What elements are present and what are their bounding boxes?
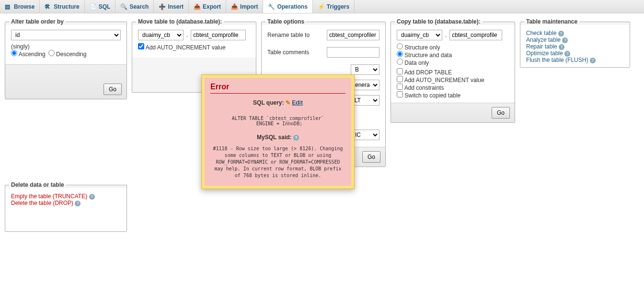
copy-data-only[interactable]: Data only [397,60,429,66]
copy-switch-checkbox[interactable] [397,91,403,97]
move-table-input[interactable] [191,30,246,40]
copy-both-radio[interactable] [397,51,403,57]
operations-icon: 🔧 [268,3,275,10]
copy-table-input[interactable] [449,30,502,40]
alter-desc[interactable]: Descending [48,50,87,58]
options-rename-label: Rename table to [267,32,310,38]
error-modal: Error SQL query: ✎ Edit ALTER TABLE `cbt… [201,74,355,189]
tab-structure[interactable]: 🛠Structure [40,0,84,13]
copy-switch[interactable]: Switch to copied table [397,92,460,99]
check-table-link[interactable]: Check table [526,30,556,36]
help-icon[interactable]: ? [559,44,564,50]
panel-alter-legend: Alter table order by [9,18,66,25]
copy-auto-checkbox[interactable] [397,76,403,82]
error-edit-link[interactable]: Edit [292,99,303,106]
triggers-icon: ⚡ [318,3,324,10]
options-comments-label: Table comments [267,49,309,56]
panel-alter: Alter table order by id (singly) Ascendi… [5,18,127,99]
copy-const-checkbox[interactable] [397,84,403,90]
copy-struct-only[interactable]: Structure only [397,44,440,51]
move-db-select[interactable]: duaimy_cb [138,30,184,40]
copy-db-select[interactable]: duaimy_cb [397,30,442,40]
copy-data-radio[interactable] [397,59,403,65]
panel-copy: Copy table to (database.table): duaimy_c… [391,18,515,123]
tab-insert[interactable]: ➕Insert [154,0,189,13]
error-sql: ALTER TABLE `cbtest_comprofiler` ENGINE … [210,116,345,126]
copy-struct-data[interactable]: Structure and data [397,52,452,59]
alter-go-button[interactable]: Go [104,84,122,95]
options-comments-input[interactable] [327,47,380,58]
copy-struct-radio[interactable] [397,43,403,49]
copy-go-button[interactable]: Go [492,107,510,119]
help-icon[interactable]: ? [293,135,299,141]
tab-label: Search [129,3,149,10]
help-icon[interactable]: ? [558,31,564,36]
drop-link[interactable]: Delete the table (DROP) [11,200,73,206]
options-go-button[interactable]: Go [362,151,380,163]
panel-maintenance: Table maintenance Check table ? Analyze … [520,18,630,68]
help-icon[interactable]: ? [75,201,80,206]
panel-copy-legend: Copy table to (database.table): [395,18,483,25]
structure-icon: 🛠 [45,3,51,10]
alter-desc-radio[interactable] [48,50,55,56]
alter-singly: (singly) [11,43,121,50]
help-icon[interactable]: ? [564,51,570,57]
optimize-table-link[interactable]: Optimize table [526,50,563,57]
analyze-table-link[interactable]: Analyze table [526,36,561,43]
move-dot: . [186,32,188,38]
move-auto-checkbox[interactable] [138,43,144,49]
help-icon[interactable]: ? [89,194,95,200]
truncate-link[interactable]: Empty the table (TRUNCATE) [11,193,87,200]
copy-drop[interactable]: Add DROP TABLE [397,69,452,76]
tablist: ▤Browse 🛠Structure 📄SQL 🔍Search ➕Insert … [0,0,644,13]
export-icon: 📤 [194,3,200,10]
options-collation-select[interactable]: enera [351,80,380,90]
tab-sql[interactable]: 📄SQL [85,0,116,13]
options-engine-select[interactable]: B [351,64,380,75]
error-sqlq-label: SQL query: [253,99,284,106]
error-said-label: MySQL said: [257,134,291,141]
alter-asc-radio[interactable] [11,50,17,56]
pencil-icon: ✎ [286,99,290,106]
copy-dot: . [445,32,447,38]
sql-icon: 📄 [90,3,96,10]
move-auto[interactable]: Add AUTO_INCREMENT value [138,43,226,51]
help-icon[interactable]: ? [590,58,596,63]
tab-triggers[interactable]: ⚡Triggers [313,0,355,13]
copy-auto[interactable]: Add AUTO_INCREMENT value [397,77,484,84]
import-icon: 📥 [231,3,238,10]
panel-delete-legend: Delete data or table [9,181,66,188]
tab-label: Insert [168,3,184,10]
browse-icon: ▤ [5,3,12,10]
tab-label: Structure [54,3,79,10]
error-title: Error [210,83,345,94]
copy-const[interactable]: Add constraints [397,84,444,91]
flush-table-link[interactable]: Flush the table (FLUSH) [526,57,588,63]
panel-options-legend: Table options [265,18,306,25]
tab-label: Import [240,3,258,10]
insert-icon: ➕ [159,3,165,10]
tab-label: Operations [277,3,307,10]
panel-delete: Delete data or table Empty the table (TR… [5,181,127,232]
tab-label: Browse [14,3,34,10]
tab-label: SQL [99,3,111,10]
tab-search[interactable]: 🔍Search [115,0,154,13]
tab-label: Export [203,3,221,10]
tab-label: Triggers [327,3,349,10]
tab-operations[interactable]: 🔧Operations [263,0,312,13]
tab-export[interactable]: 📤Export [189,0,226,13]
repair-table-link[interactable]: Repair table [526,43,557,50]
tab-import[interactable]: 📥Import [226,0,263,13]
tab-browse[interactable]: ▤Browse [0,0,40,13]
options-rename-input[interactable] [327,30,380,40]
search-icon: 🔍 [120,3,127,10]
alter-field-select[interactable]: id [11,30,121,40]
alter-asc[interactable]: Ascending [11,50,46,58]
panel-maint-legend: Table maintenance [524,18,579,25]
panel-move-legend: Move table to (database.table): [136,18,224,25]
error-message: #1118 - Row size too large (> 8126). Cha… [210,145,345,179]
copy-drop-checkbox[interactable] [397,68,403,74]
help-icon[interactable]: ? [562,37,568,43]
